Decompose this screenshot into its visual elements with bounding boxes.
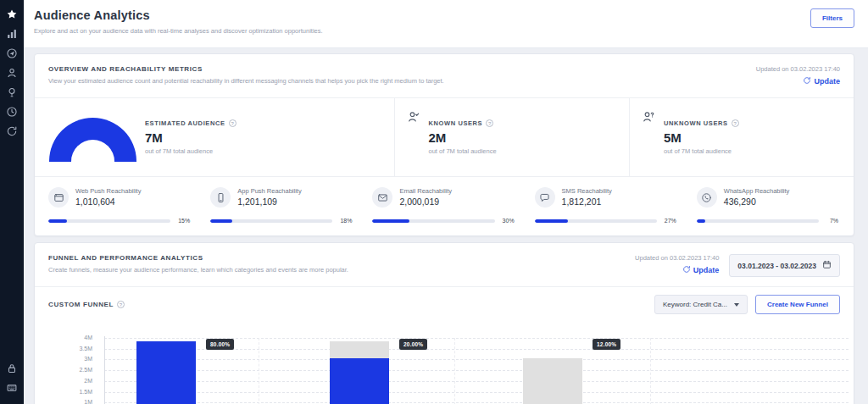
reachability-percent: 18% — [339, 218, 352, 224]
star-icon[interactable] — [0, 4, 24, 24]
page-header-text: Audience Analytics Explore and act on yo… — [34, 8, 323, 35]
page-header: Audience Analytics Explore and act on yo… — [24, 0, 868, 48]
envelope-icon — [372, 187, 392, 208]
reachability-label: Email Reachability — [399, 187, 452, 195]
reachability-metric: App Push Reachability 1,201,109 18% — [210, 187, 372, 224]
reachability-value: 2,000,019 — [399, 196, 452, 207]
keyword-dropdown[interactable]: Keyword: Credit Ca... — [654, 295, 748, 314]
page-title: Audience Analytics — [34, 8, 323, 22]
reachability-value: 436,290 — [724, 196, 790, 207]
estimated-audience-label: ESTIMATED AUDIENCE — [145, 119, 225, 127]
info-icon[interactable]: ? — [229, 119, 236, 127]
unknown-users-stat: UNKNOWN USERS? 5M out of 7M total audien… — [629, 98, 854, 176]
reachability-value: 1,201,109 — [237, 196, 301, 207]
chart-gridline — [104, 381, 849, 382]
reachability-progress-fill — [535, 219, 568, 223]
target-icon[interactable] — [0, 43, 24, 63]
date-range-picker[interactable]: 03.01.2023 - 03.02.2023 — [729, 254, 840, 277]
whatsapp-icon — [697, 187, 717, 208]
calendar-icon — [822, 260, 832, 271]
reachability-progress — [697, 219, 819, 223]
reachability-row: Web Push Reachability 1,010,604 15% App — [35, 176, 854, 235]
funnel-updated-on: Updated on 03.02.2023 17:40 — [635, 254, 719, 262]
funnel-card-header-text: FUNNEL AND PERFORMANCE ANALYTICS Create … — [48, 254, 348, 274]
chart-vertical-gridline — [454, 338, 455, 404]
chart-gridline — [104, 402, 849, 403]
reachability-percent: 30% — [502, 218, 515, 224]
funnel-header-right: Updated on 03.02.2023 17:40 Update 03.01… — [635, 254, 840, 277]
y-axis-tick-label: 3.5M — [35, 346, 92, 351]
mobile-icon — [210, 187, 231, 208]
reachability-progress-fill — [372, 219, 409, 223]
audience-donut-chart — [49, 118, 136, 162]
reachability-progress-fill — [697, 219, 705, 223]
overview-update-label: Update — [814, 77, 840, 86]
overview-card-title: OVERVIEW AND REACHABILITY METRICS — [48, 65, 444, 73]
info-icon[interactable]: ? — [486, 119, 493, 127]
grid-icon[interactable] — [0, 378, 24, 397]
reachability-progress — [372, 219, 494, 223]
reachability-percent: 15% — [177, 218, 190, 224]
info-icon[interactable]: ? — [117, 301, 125, 308]
reachability-label: WhatsApp Reachability — [724, 187, 790, 195]
sidebar — [0, 0, 24, 404]
reachability-percent: 27% — [664, 218, 676, 224]
refresh-icon[interactable] — [0, 121, 24, 141]
custom-funnel-actions: Keyword: Credit Ca... Create New Funnel — [654, 295, 840, 314]
users-icon[interactable] — [0, 63, 24, 82]
funnel-card: FUNNEL AND PERFORMANCE ANALYTICS Create … — [34, 242, 854, 404]
bar-chart-icon[interactable] — [0, 24, 24, 43]
lightbulb-icon[interactable] — [0, 82, 24, 102]
clock-icon[interactable] — [0, 102, 24, 121]
audience-stats-row: ESTIMATED AUDIENCE? 7M out of 7M total a… — [35, 98, 854, 176]
browser-icon — [48, 187, 69, 208]
reachability-label: App Push Reachability — [237, 187, 301, 195]
unknown-users-icon — [642, 110, 655, 124]
reachability-progress — [48, 219, 170, 223]
reachability-metric: WhatsApp Reachability 436,290 7% — [697, 187, 840, 224]
reachability-metric: SMS Reachability 1,812,201 27% — [535, 187, 697, 224]
reachability-metric: Web Push Reachability 1,010,604 15% — [48, 187, 210, 224]
reachability-percent: 7% — [826, 218, 838, 224]
sidebar-top-icons — [0, 0, 24, 141]
overview-card: OVERVIEW AND REACHABILITY METRICS View y… — [34, 53, 854, 236]
unknown-users-label: UNKNOWN USERS — [664, 119, 728, 127]
overview-update-link[interactable]: Update — [803, 76, 840, 86]
overview-card-header: OVERVIEW AND REACHABILITY METRICS View y… — [35, 54, 854, 98]
reachability-value: 1,812,201 — [562, 196, 612, 207]
y-axis-tick-label: 1.5M — [35, 389, 92, 395]
known-users-caption: out of 7M total audience — [429, 147, 497, 155]
unknown-users-caption: out of 7M total audience — [664, 147, 739, 155]
chart-gridline — [104, 359, 849, 360]
known-users-label: KNOWN USERS — [429, 119, 483, 127]
custom-funnel-title-row: CUSTOM FUNNEL? — [48, 301, 125, 308]
estimated-audience-stat: ESTIMATED AUDIENCE? 7M out of 7M total a… — [35, 98, 394, 176]
reachability-progress — [535, 219, 657, 223]
reachability-progress-fill — [48, 219, 67, 223]
estimated-audience-text: ESTIMATED AUDIENCE? 7M out of 7M total a… — [145, 119, 236, 155]
reachability-label: Web Push Reachability — [75, 187, 141, 195]
sidebar-bottom-icons — [0, 358, 24, 397]
create-new-funnel-button[interactable]: Create New Funnel — [755, 295, 840, 314]
page-subtitle: Explore and act on your audience data wi… — [34, 27, 323, 35]
donut-hole — [71, 140, 114, 162]
info-icon[interactable]: ? — [732, 119, 739, 127]
known-users-value: 2M — [429, 130, 497, 145]
lock-icon[interactable] — [0, 358, 24, 378]
funnel-update-link[interactable]: Update — [682, 265, 720, 275]
chart-gridline — [104, 392, 849, 393]
known-users-text: KNOWN USERS? 2M out of 7M total audience — [429, 119, 497, 155]
refresh-icon — [682, 265, 691, 275]
unknown-users-value: 5M — [664, 130, 739, 145]
y-axis-tick-label: 2M — [35, 378, 92, 384]
overview-updated-block: Updated on 03.02.2023 17:40 Update — [756, 65, 840, 88]
funnel-previous-step-bar — [523, 358, 582, 404]
main-content: OVERVIEW AND REACHABILITY METRICS View y… — [24, 48, 868, 404]
y-axis-tick-label: 3M — [35, 356, 92, 362]
filters-button[interactable]: Filters — [810, 8, 854, 28]
reachability-progress — [210, 219, 332, 223]
estimated-audience-caption: out of 7M total audience — [145, 147, 236, 155]
unknown-users-text: UNKNOWN USERS? 5M out of 7M total audien… — [664, 119, 739, 155]
funnel-bar — [330, 358, 389, 404]
chat-icon — [535, 187, 555, 208]
